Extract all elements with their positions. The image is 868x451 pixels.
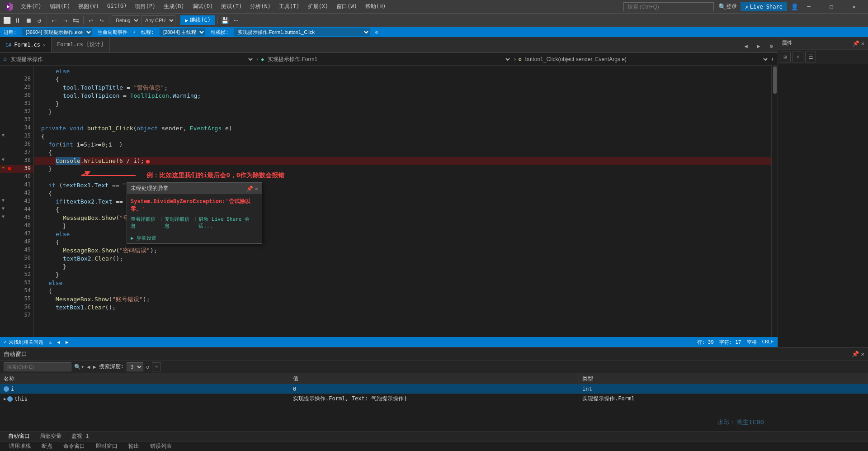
toolbar-btn-1[interactable]: ⬜	[2, 15, 12, 25]
menu-view[interactable]: 视图(V)	[75, 1, 103, 12]
debug-tab-cmdwindow[interactable]: 命令窗口	[58, 441, 90, 451]
toolbar-btn-save[interactable]: 💾	[220, 15, 230, 25]
menu-edit[interactable]: 编辑(E)	[46, 1, 74, 12]
toolbar-btn-nav2[interactable]: ⟶	[60, 15, 70, 25]
menu-debug[interactable]: 调试(D)	[189, 1, 217, 12]
tab-form1-cs[interactable]: C# Form1.cs ✕	[0, 37, 52, 52]
tab-locals[interactable]: 局部变量	[35, 432, 66, 441]
error-link-details[interactable]: 查看详细信息	[131, 216, 158, 229]
var-row-i[interactable]: i 0 int	[0, 384, 868, 394]
editor-status-bar: ✓ 未找到相关问题 ⚠ ◀ ▶ 行: 39 字符: 17 空格 CRLF	[0, 337, 778, 347]
tab-close-1[interactable]: ✕	[43, 43, 46, 47]
link-sep-1: |	[160, 216, 163, 229]
nav-namespace-select[interactable]: 实现提示操作	[9, 56, 254, 63]
panel-pin-icon[interactable]: 📌	[853, 40, 859, 47]
error-link-copy[interactable]: 复制详细信息	[165, 216, 192, 229]
tab-scroll-right[interactable]: ▶	[752, 40, 765, 52]
depth-select[interactable]: 3	[127, 362, 143, 371]
code-line-38: {	[34, 149, 771, 157]
search-options-icon[interactable]: 🔍▾	[74, 364, 84, 370]
toolbar-btn-more[interactable]: ⋯	[231, 15, 241, 25]
menu-extensions[interactable]: 扩展(X)	[304, 1, 332, 12]
tab-settings-icon[interactable]: ⚙	[765, 40, 778, 52]
process-select[interactable]: [36604] 实现提示操作.exe	[22, 28, 92, 36]
tab-watch[interactable]: 监视 1	[67, 432, 93, 441]
panel-header-actions: 📌 ✕	[853, 40, 864, 47]
live-share-button[interactable]: ↗ Live Share	[741, 2, 787, 11]
title-search-input[interactable]	[623, 2, 714, 11]
menu-git[interactable]: Git(G)	[104, 1, 130, 12]
search-icon[interactable]: 🔍	[718, 3, 726, 10]
error-popup-pin[interactable]: 📌	[246, 185, 253, 192]
profile-icon[interactable]: 👤	[791, 3, 798, 10]
tab-scroll-left[interactable]: ◀	[740, 40, 752, 52]
toolbar-btn-stop[interactable]: ⏹	[24, 15, 33, 25]
menu-help[interactable]: 帮助(H)	[362, 1, 390, 12]
nav-fwd-icon[interactable]: ▶	[93, 364, 96, 370]
main-toolbar: ⬜ ⏸ ⏹ ↺ ⟵ ⟶ ⭾ ↩ ↪ Debug Any CPU ▶ 继续(C) …	[0, 14, 868, 27]
code-line-33: }	[34, 108, 771, 116]
toolbar-btn-redo[interactable]: ↪	[97, 15, 107, 25]
menu-project[interactable]: 项目(P)	[131, 1, 159, 12]
error-link-liveshare[interactable]: 启动 Live Share 会话...	[198, 216, 258, 229]
tab-label-2: Form1.cs [设计]	[57, 41, 104, 48]
panel-close-icon[interactable]: ✕	[861, 40, 864, 47]
var-row-this[interactable]: ▶ this 实现提示操作.Form1, Text: 气泡提示操作} 实现提示操…	[0, 394, 868, 402]
signin-button[interactable]: 登录	[726, 3, 737, 10]
nav-add-icon[interactable]: +	[771, 56, 774, 62]
toolbar-btn-nav1[interactable]: ⟵	[49, 15, 59, 25]
debug-tab-callstack[interactable]: 调用堆栈	[4, 441, 36, 451]
collapse-btn[interactable]: ≡	[152, 362, 161, 371]
tab-form1-design[interactable]: Form1.cs [设计]	[52, 37, 109, 52]
scrollbar-thumb[interactable]	[773, 66, 777, 94]
menu-file[interactable]: 文件(F)	[17, 1, 45, 12]
prop-btn-2[interactable]: ⚡	[793, 52, 803, 62]
debug-tab-errors[interactable]: 错误列表	[145, 441, 177, 451]
menu-build[interactable]: 生成(B)	[160, 1, 188, 12]
debug-tab-breakpoints[interactable]: 断点	[36, 441, 58, 451]
error-popup-close[interactable]: ✕	[255, 185, 258, 192]
cpu-select[interactable]: Any CPU	[141, 15, 175, 25]
expand-arrow-this[interactable]: ▶	[4, 396, 6, 401]
toolbar-btn-restart[interactable]: ↺	[34, 15, 44, 25]
tab-bar: C# Form1.cs ✕ Form1.cs [设计] ◀ ▶ ⚙	[0, 37, 778, 53]
auto-window-search[interactable]	[4, 362, 71, 371]
nav-prev-icon[interactable]: ◀	[57, 339, 60, 345]
close-button[interactable]: ✕	[844, 0, 864, 14]
status-row: 行: 39	[697, 339, 714, 346]
nav-class-select[interactable]: 实现提示操作.Form1	[266, 56, 511, 63]
debug-tab-output[interactable]: 输出	[123, 441, 145, 451]
menu-window[interactable]: 窗口(W)	[333, 1, 361, 12]
gutter-49: 49	[0, 247, 33, 255]
toolbar-btn-nav3[interactable]: ⭾	[71, 15, 81, 25]
toolbar-btn-pause[interactable]: ⏸	[13, 15, 23, 25]
editor-scrollbar[interactable]	[771, 66, 778, 337]
prop-btn-1[interactable]: ⊞	[780, 52, 791, 62]
stack-select[interactable]: 实现提示操作.Form1.button1_Click	[234, 28, 370, 36]
status-col: 字符: 17	[719, 339, 741, 346]
maximize-button[interactable]: □	[821, 0, 842, 14]
gutter-29: 29	[0, 84, 33, 92]
menu-tools[interactable]: 工具(T)	[275, 1, 303, 12]
nav-method-select[interactable]: button1_Click(object sender, EventArgs e…	[524, 56, 769, 63]
bottom-panel-close[interactable]: ✕	[861, 351, 864, 357]
toolbar-btn-undo[interactable]: ↩	[86, 15, 96, 25]
continue-button[interactable]: ▶ 继续(C)	[180, 15, 215, 25]
prop-btn-3[interactable]: ☰	[805, 52, 816, 62]
menu-analyze[interactable]: 分析(N)	[246, 1, 274, 12]
refresh-icon[interactable]: ↺	[146, 364, 149, 370]
problems-indicator[interactable]: ✓ 未找到相关问题	[4, 339, 43, 346]
exception-settings-link[interactable]: ▶ 异常设置	[131, 235, 156, 242]
code-line-52: }	[34, 263, 771, 271]
nav-next-icon[interactable]: ▶	[66, 339, 69, 345]
editor-nav: ⊞ 实现提示操作 › ◆ 实现提示操作.Form1 › ⚙ button1_Cl…	[0, 53, 778, 66]
debug-mode-select[interactable]: Debug	[112, 15, 140, 25]
menu-test[interactable]: 测试(T)	[217, 1, 245, 12]
depth-label: 搜索深度:	[99, 363, 124, 370]
bottom-panel-pin[interactable]: 📌	[852, 351, 859, 357]
nav-back-icon[interactable]: ◀	[87, 364, 90, 370]
thread-select[interactable]: [28844] 主线程	[160, 28, 205, 36]
tab-auto-window[interactable]: 自动窗口	[4, 432, 34, 442]
debug-tab-immediate[interactable]: 即时窗口	[90, 441, 123, 451]
minimize-button[interactable]: ─	[798, 0, 819, 14]
